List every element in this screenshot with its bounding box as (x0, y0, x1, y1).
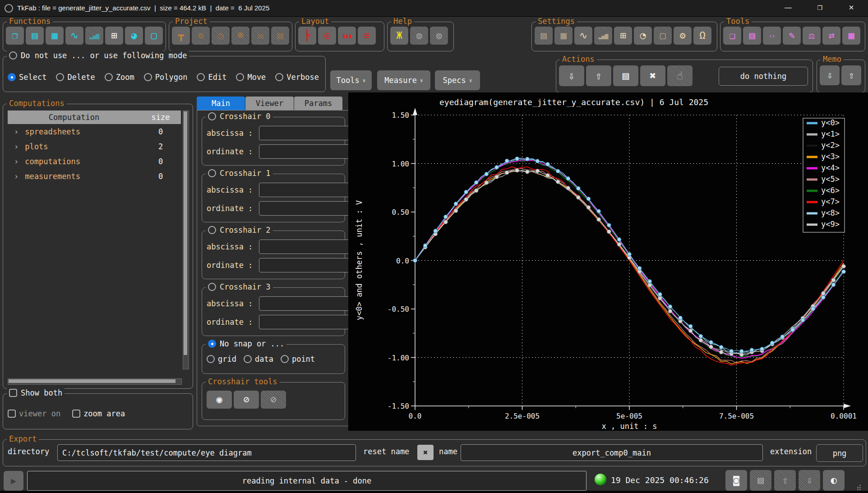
expand-chevron-icon[interactable]: › (14, 142, 18, 151)
spreadsheet-button[interactable]: ▦ (46, 27, 64, 45)
gauge-settings-button[interactable]: ◔ (634, 27, 652, 45)
line-plot-settings-button[interactable]: ∿ (574, 27, 592, 45)
snap-option-point[interactable]: point (281, 355, 315, 364)
snap-radio-data[interactable] (244, 355, 252, 363)
option-viewer-on[interactable]: viewer on (8, 409, 60, 418)
crosshair-1-ordinate-input[interactable] (259, 201, 360, 216)
viewer-on-checkbox[interactable] (8, 410, 16, 418)
zoom-area-checkbox[interactable] (72, 410, 80, 418)
reset-name-button[interactable]: ✖ (417, 445, 434, 460)
crosshair-0-abscissa-input[interactable] (259, 126, 360, 140)
run-button[interactable]: ▶ (4, 471, 23, 491)
plot-canvas[interactable]: eyediagram(generate_jitter_y_accurate.cs… (348, 92, 868, 431)
hscrollbar-thumb[interactable] (9, 379, 175, 383)
mode-option-select[interactable]: Select (8, 73, 46, 82)
mode-radio-select[interactable] (8, 73, 16, 81)
window-tool-button[interactable]: ❏ (723, 27, 741, 45)
mode-option-edit[interactable]: Edit (197, 73, 226, 82)
crosshair-3-ordinate-input[interactable] (259, 315, 360, 329)
lock-settings-button[interactable]: Ω (693, 27, 711, 45)
mode-radio-delete[interactable] (56, 73, 64, 81)
screenshot-button[interactable]: ◙ (725, 470, 747, 491)
computations-hscrollbar[interactable] (8, 378, 182, 385)
crosshair-0-ordinate-input[interactable] (259, 144, 360, 159)
dropdown-measure[interactable]: Measure∨ (377, 70, 430, 90)
dropdown-specs[interactable]: Specs∨ (435, 70, 480, 90)
swap-tool-button[interactable]: ⇄ (822, 27, 840, 45)
expand-chevron-icon[interactable]: › (14, 127, 18, 136)
edit-tool-button[interactable]: ✎ (783, 27, 801, 45)
layout-columns-button[interactable]: ▮▮▮ (338, 27, 356, 45)
gears-settings-button[interactable]: ⚙ (674, 27, 692, 45)
name-input[interactable] (461, 444, 763, 461)
crosshair-2-ordinate-input[interactable] (259, 258, 360, 272)
memo-save-button[interactable]: ⇩ (820, 65, 840, 85)
crosshair-2-radio[interactable] (208, 226, 216, 234)
tree-row-computations[interactable]: ›computations0 (8, 154, 181, 169)
crosshair-3-abscissa-input[interactable] (259, 296, 360, 311)
crosshair-2-abscissa-input[interactable] (259, 240, 360, 254)
crosshair-1-radio[interactable] (208, 169, 216, 177)
document-tool-button[interactable]: ▤ (743, 27, 761, 45)
mode-option-polygon[interactable]: Polygon (144, 73, 188, 82)
option-zoom-area[interactable]: zoom area (72, 409, 125, 418)
mode-radio-verbose[interactable] (275, 73, 283, 81)
tab-params[interactable]: Params (294, 97, 342, 110)
mode-radio-polygon[interactable] (144, 73, 152, 81)
import-action-button[interactable]: ⇩ (559, 65, 584, 86)
directory-input[interactable] (57, 444, 356, 461)
layout-rows-button[interactable]: ≡ (358, 27, 376, 45)
open-file-button[interactable]: ❐ (6, 27, 24, 45)
mode-option-delete[interactable]: Delete (56, 73, 95, 82)
mode-radio-edit[interactable] (197, 73, 205, 81)
snap-radio-grid[interactable] (207, 355, 215, 363)
mode-radio-move[interactable] (236, 73, 244, 81)
calculator-settings-button[interactable]: ⊞ (614, 27, 632, 45)
mode-option-move[interactable]: Move (236, 73, 266, 82)
crosshair-show-button[interactable]: ◉ (207, 391, 232, 409)
expand-chevron-icon[interactable]: › (14, 157, 18, 166)
minimize-button[interactable]: — (774, 0, 802, 15)
vscrollbar-thumb[interactable] (184, 111, 187, 355)
export-action-button[interactable]: ⇧ (586, 65, 611, 86)
maximize-button[interactable]: ❐ (806, 0, 834, 15)
show-both-checkbox[interactable] (9, 389, 17, 397)
expand-action-button[interactable]: ✖ (640, 65, 665, 86)
computations-vscrollbar[interactable] (183, 111, 189, 369)
calculator-button[interactable]: ⊞ (105, 27, 123, 45)
database-button[interactable]: ▤ (26, 27, 44, 45)
contact-card-button[interactable]: ▤ (613, 65, 638, 86)
tab-viewer[interactable]: Viewer (245, 97, 294, 110)
layout-target-button[interactable]: ◎ (318, 27, 336, 45)
mode-radio-zoom[interactable] (105, 73, 113, 81)
crosshair-hide-button[interactable]: ⊘ (234, 391, 259, 409)
crosshair-0-radio[interactable] (208, 112, 216, 120)
close-button[interactable]: ✕ (837, 0, 865, 15)
layout-tree-button[interactable]: ┣ (298, 27, 316, 45)
extension-field[interactable]: png (816, 444, 863, 462)
crosshair-3-radio[interactable] (208, 283, 216, 291)
crosshair-1-abscissa-input[interactable] (259, 183, 360, 197)
action-command-field[interactable]: do nothing (719, 67, 808, 86)
project-tree-button[interactable]: ┳ (172, 27, 190, 45)
mode-radio-none[interactable] (9, 51, 17, 60)
resize-grip[interactable]: ⣴ (856, 482, 862, 490)
tree-row-measurements[interactable]: ›measurements0 (8, 169, 181, 184)
tree-row-spreadsheets[interactable]: ›spreadsheets0 (8, 124, 181, 139)
tab-main[interactable]: Main (197, 97, 245, 110)
mode-option-zoom[interactable]: Zoom (105, 73, 134, 82)
no-snap-radio[interactable] (208, 340, 216, 348)
compare-tool-button[interactable]: ⚖ (803, 27, 821, 45)
eye-diagram-chart[interactable]: eyediagram(generate_jitter_y_accurate.cs… (348, 92, 868, 431)
snap-option-grid[interactable]: grid (207, 355, 236, 364)
polygon-select-button[interactable]: ▢ (145, 27, 163, 45)
snap-radio-point[interactable] (281, 355, 289, 363)
line-plot-button[interactable]: ∿ (65, 27, 83, 45)
debug-bug-button[interactable]: Ж (390, 27, 408, 45)
script-tool-button[interactable]: ‹› (763, 27, 781, 45)
tree-row-plots[interactable]: ›plots2 (8, 139, 181, 154)
palette-button[interactable]: ◕ (125, 27, 143, 45)
mode-option-verbose[interactable]: Verbose (275, 73, 319, 82)
snap-option-data[interactable]: data (244, 355, 273, 364)
calculator-tool-button[interactable]: ▦ (842, 27, 860, 45)
